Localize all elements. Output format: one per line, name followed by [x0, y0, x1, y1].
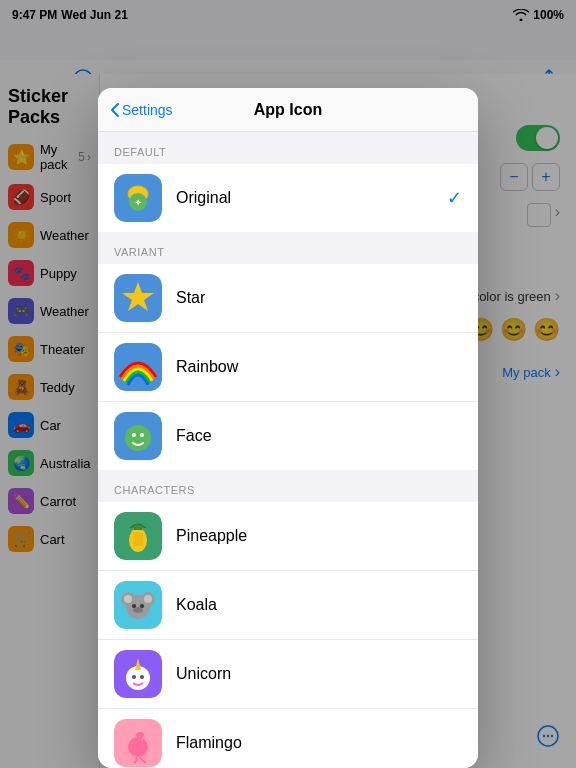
modal-back-button[interactable]: Settings: [110, 102, 173, 118]
icon-row-flamingo[interactable]: Flamingo: [98, 709, 478, 768]
svg-point-29: [140, 604, 144, 608]
pineapple-icon-name: Pineapple: [176, 527, 462, 545]
unicorn-icon-preview: [114, 650, 162, 698]
icon-row-rainbow[interactable]: Rainbow: [98, 333, 478, 402]
icon-row-pineapple[interactable]: Pineapple: [98, 502, 478, 571]
modal-body[interactable]: DEFAULT ✦ Original ✓ VARIAN: [98, 132, 478, 768]
svg-point-25: [124, 595, 132, 603]
koala-icon-preview: [114, 581, 162, 629]
rainbow-icon-name: Rainbow: [176, 358, 462, 376]
default-icon-list: ✦ Original ✓: [98, 164, 478, 232]
section-header-default: DEFAULT: [98, 132, 478, 164]
modal-header: Settings App Icon: [98, 88, 478, 132]
icon-row-unicorn[interactable]: Unicorn: [98, 640, 478, 709]
svg-point-34: [140, 675, 144, 679]
icon-row-original[interactable]: ✦ Original ✓: [98, 164, 478, 232]
original-icon-name: Original: [176, 189, 433, 207]
chevron-left-icon: [110, 102, 120, 118]
svg-rect-20: [133, 532, 143, 546]
modal-overlay[interactable]: Settings App Icon DEFAULT ✦: [0, 0, 576, 768]
face-icon-preview: [114, 412, 162, 460]
svg-point-28: [132, 604, 136, 608]
back-label: Settings: [122, 102, 173, 118]
pineapple-icon-preview: [114, 512, 162, 560]
icon-row-face[interactable]: Face: [98, 402, 478, 470]
section-header-variant: VARIANT: [98, 232, 478, 264]
svg-point-26: [144, 595, 152, 603]
variant-icon-list: Star Rainbow: [98, 264, 478, 470]
icon-row-koala[interactable]: Koala: [98, 571, 478, 640]
original-icon-preview: ✦: [114, 174, 162, 222]
star-icon-name: Star: [176, 289, 462, 307]
svg-point-15: [125, 425, 151, 451]
svg-text:✦: ✦: [134, 197, 142, 208]
flamingo-icon-preview: [114, 719, 162, 767]
svg-point-33: [132, 675, 136, 679]
selected-checkmark: ✓: [447, 187, 462, 209]
svg-point-36: [128, 737, 148, 757]
modal-title: App Icon: [254, 101, 322, 119]
svg-point-16: [132, 433, 136, 437]
face-icon-name: Face: [176, 427, 462, 445]
icon-row-star[interactable]: Star: [98, 264, 478, 333]
unicorn-icon-name: Unicorn: [176, 665, 462, 683]
flamingo-icon-name: Flamingo: [176, 734, 462, 752]
svg-point-37: [136, 732, 144, 738]
app-icon-modal: Settings App Icon DEFAULT ✦: [98, 88, 478, 768]
svg-point-17: [140, 433, 144, 437]
star-icon-preview: [114, 274, 162, 322]
koala-icon-name: Koala: [176, 596, 462, 614]
characters-icon-list: Pineapple: [98, 502, 478, 768]
rainbow-icon-preview: [114, 343, 162, 391]
section-header-characters: CHARACTERS: [98, 470, 478, 502]
